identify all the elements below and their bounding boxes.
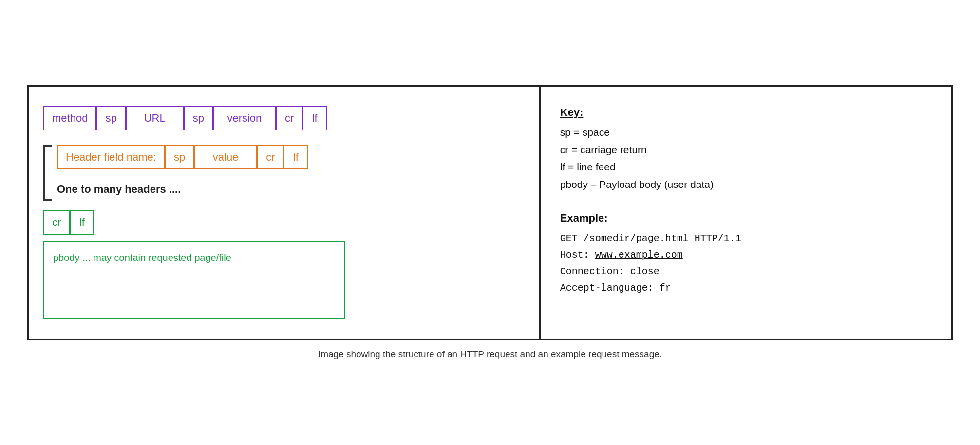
example-code: GET /somedir/page.html HTTP/1.1 Host: ww… xyxy=(560,230,932,297)
example-host-underline: www.example.com xyxy=(595,249,683,260)
header-sp-token: sp xyxy=(165,145,194,169)
bracket xyxy=(43,145,52,201)
lf-token-2: lf xyxy=(70,210,94,235)
example-section: Example: GET /somedir/page.html HTTP/1.1… xyxy=(560,212,932,297)
sp-token-2: sp xyxy=(184,106,213,130)
cr-token-1: cr xyxy=(276,106,302,130)
example-line-4: Accept-language: fr xyxy=(560,280,932,297)
main-container: method sp URL sp version cr lf Header fi… xyxy=(27,85,953,360)
header-section: Header field name: sp value cr lf One to… xyxy=(43,145,525,201)
key-item-cr: cr = carriage return xyxy=(560,141,932,159)
header-lf-token: lf xyxy=(283,145,308,169)
sp-token-1: sp xyxy=(96,106,125,130)
version-token: version xyxy=(213,106,276,130)
example-line-1: GET /somedir/page.html HTTP/1.1 xyxy=(560,230,932,247)
key-item-sp: sp = space xyxy=(560,124,932,141)
header-row: Header field name: sp value cr lf xyxy=(57,145,525,169)
value-token: value xyxy=(194,145,257,169)
panels-row: method sp URL sp version cr lf Header fi… xyxy=(27,85,953,340)
right-panel: Key: sp = space cr = carriage return lf … xyxy=(541,87,951,339)
key-section: Key: sp = space cr = carriage return lf … xyxy=(560,106,932,193)
method-token: method xyxy=(43,106,96,130)
key-item-pbody: pbody – Payload body (user data) xyxy=(560,176,932,193)
url-token: URL xyxy=(126,106,184,130)
header-cr-token: cr xyxy=(257,145,283,169)
header-field-name-token: Header field name: xyxy=(57,145,165,169)
crlf-row: cr lf xyxy=(43,210,525,235)
header-content: Header field name: sp value cr lf One to… xyxy=(57,145,525,201)
request-line: method sp URL sp version cr lf xyxy=(43,106,525,130)
caption: Image showing the structure of an HTTP r… xyxy=(318,349,662,360)
left-panel: method sp URL sp version cr lf Header fi… xyxy=(29,87,541,339)
pbody-box: pbody ... may contain requested page/fil… xyxy=(43,241,345,319)
key-item-lf: lf = line feed xyxy=(560,158,932,176)
example-line-3: Connection: close xyxy=(560,263,932,280)
example-line-2: Host: www.example.com xyxy=(560,247,932,263)
one-to-many-label: One to many headers .... xyxy=(57,178,525,201)
bracket-container xyxy=(43,145,52,201)
key-title: Key: xyxy=(560,106,932,119)
example-title: Example: xyxy=(560,212,932,224)
cr-token-2: cr xyxy=(43,210,70,235)
lf-token-1: lf xyxy=(302,106,327,130)
